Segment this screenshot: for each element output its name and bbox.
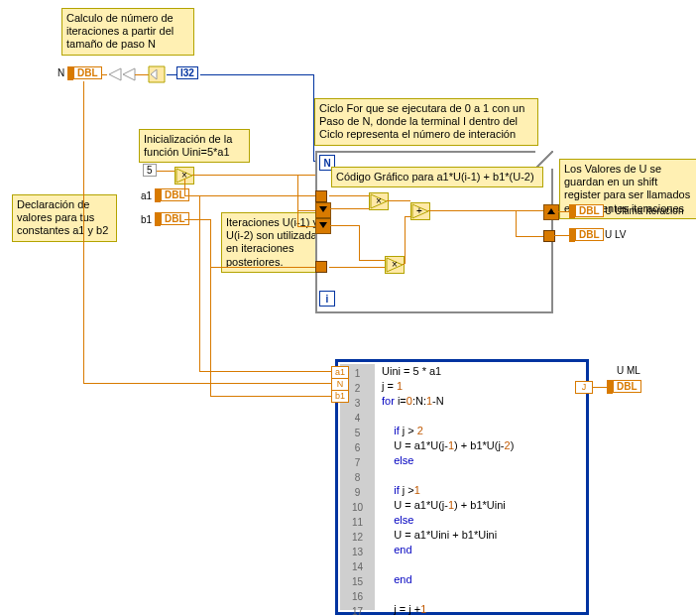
svg-marker-1 bbox=[123, 68, 135, 80]
wire bbox=[297, 175, 315, 176]
u-lv-indicator[interactable]: DBL bbox=[575, 228, 604, 241]
svg-text:+: + bbox=[416, 205, 422, 216]
wire bbox=[199, 371, 334, 372]
wire bbox=[428, 210, 545, 211]
num: 1 bbox=[397, 380, 403, 392]
mathscript-node[interactable]: 1234 5678 9101112 13141516 1718 Uini = 5… bbox=[335, 359, 589, 615]
u-ultima-indicator[interactable]: DBL bbox=[575, 204, 604, 217]
comment-calc: Calculo de número de iteraciones a parti… bbox=[61, 8, 194, 56]
wire bbox=[516, 236, 543, 237]
wire bbox=[184, 179, 185, 195]
wire bbox=[329, 225, 359, 226]
wire bbox=[297, 210, 315, 211]
svg-text:×: × bbox=[376, 195, 382, 206]
wire bbox=[210, 219, 211, 267]
to-i32-coerce bbox=[147, 64, 169, 84]
wire bbox=[83, 81, 84, 383]
comment-codigo: Código Gráfico para a1*U(i-1) + b1*(U-2) bbox=[331, 167, 543, 187]
wire bbox=[297, 226, 315, 227]
svg-marker-0 bbox=[109, 68, 121, 80]
wire bbox=[329, 208, 369, 209]
shift-register-left-2 bbox=[315, 218, 331, 234]
comment-decl: Declaración de valores para tus constant… bbox=[12, 194, 117, 242]
wire-i32 bbox=[313, 74, 314, 161]
b1-label: b1 bbox=[141, 214, 152, 225]
u-ultima-label: U Ultima Iteracion bbox=[605, 205, 683, 216]
u-ml-indicator[interactable]: DBL bbox=[613, 380, 641, 393]
numeric-constant-5[interactable]: 5 bbox=[143, 164, 157, 177]
wire bbox=[199, 195, 200, 371]
wire bbox=[516, 210, 517, 236]
wire bbox=[405, 216, 410, 217]
wire bbox=[210, 267, 211, 396]
wire bbox=[297, 175, 298, 226]
n-label: N bbox=[58, 67, 64, 78]
add-node: + bbox=[410, 202, 430, 220]
comment-forloop: Ciclo For que se ejecutara de 0 a 1 con … bbox=[314, 98, 538, 146]
script-out-j: J bbox=[575, 381, 593, 394]
a1-label: a1 bbox=[141, 190, 152, 201]
wire bbox=[210, 267, 317, 268]
output-tunnel bbox=[543, 230, 555, 242]
wire-i32 bbox=[200, 74, 313, 75]
wire bbox=[405, 216, 406, 264]
shift-register-left-1 bbox=[315, 202, 331, 218]
wire bbox=[184, 219, 210, 220]
for-loop-i-terminal: i bbox=[319, 291, 335, 307]
tunnel-b1 bbox=[315, 261, 327, 273]
shift-register-right bbox=[543, 204, 559, 220]
i32-terminal: I32 bbox=[176, 66, 198, 79]
svg-text:×: × bbox=[392, 259, 398, 270]
wire bbox=[329, 195, 369, 196]
mathscript-code[interactable]: Uini = 5 * a1 j = 1 for i=0:N:1-N if j >… bbox=[382, 364, 576, 610]
u-lv-label: U LV bbox=[605, 229, 627, 240]
u-ml-label: U ML bbox=[617, 365, 640, 376]
wire bbox=[210, 396, 334, 397]
indicator-arrow bbox=[607, 380, 613, 394]
script-in-b1: b1 bbox=[331, 390, 349, 403]
wire bbox=[387, 200, 410, 201]
wire bbox=[83, 383, 334, 384]
n-dbl-terminal[interactable]: DBL bbox=[73, 66, 102, 79]
wire bbox=[403, 264, 405, 265]
indicator-arrow bbox=[569, 228, 575, 242]
comment-init: Inicialización de la función Uini=5*a1 bbox=[139, 129, 250, 163]
wire bbox=[329, 267, 385, 268]
indicator-arrow bbox=[569, 204, 575, 218]
multiply-node-u2: × bbox=[385, 256, 405, 274]
wire-i32 bbox=[167, 74, 176, 75]
tunnel-a1 bbox=[315, 190, 327, 202]
wire bbox=[359, 225, 360, 260]
multiply-node-u1: × bbox=[369, 192, 389, 210]
wire bbox=[157, 171, 174, 172]
wire bbox=[359, 260, 385, 261]
